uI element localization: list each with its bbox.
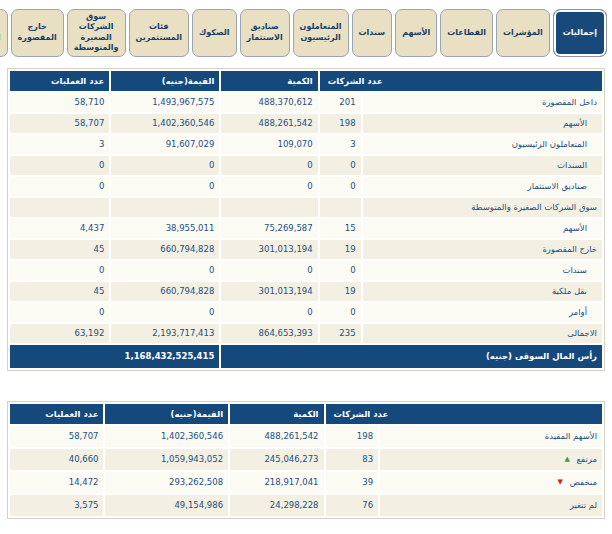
quantity-value [221, 198, 317, 217]
listed-shares-table-body: الأسهم المقيدة 198 488,261,542 1,402,360… [10, 426, 602, 516]
quantity-value: 488,261,542 [221, 114, 317, 133]
market-tab-label: صناديق المؤشرات [0, 22, 1, 43]
companies-value: 83 [326, 449, 379, 470]
value-header-label: القيمة(جنيه) [162, 76, 215, 86]
market-tab[interactable]: القطاعات [440, 9, 493, 57]
companies-value: 198 [320, 114, 361, 133]
operations-column-header: عدد العمليات [10, 404, 103, 424]
row-label: الأسهم [363, 219, 602, 238]
market-tab-label: الصكوك [199, 28, 230, 38]
row-label: نقل ملكية [363, 282, 602, 301]
value-value: 2,193,717,413 [111, 324, 219, 343]
market-tab-label: الأسهم [402, 28, 430, 38]
value-value: 293,262,508 [105, 472, 228, 493]
change-arrow-icon: ▲ [564, 455, 569, 463]
quantity-value: 864,653,393 [221, 324, 317, 343]
row-label: أوامر [363, 303, 602, 322]
table-row: نقل ملكية 19 301,013,194 660,794,828 45 [10, 282, 602, 301]
value-value: 0 [111, 156, 219, 175]
table-row: الأسهم المقيدة 198 488,261,542 1,402,360… [10, 426, 602, 447]
row-label-cell: منخفض ▼ [380, 472, 602, 493]
listed-shares-table: عدد الشركات الكمية القيمة(جنيه) عدد العم… [8, 402, 604, 518]
operations-value [10, 198, 109, 217]
companies-value: 0 [320, 261, 361, 280]
row-label: داخل المقصورة [363, 93, 602, 112]
row-label: الأسهم [363, 114, 602, 133]
operations-value: 0 [10, 261, 109, 280]
operations-value: 0 [10, 156, 109, 175]
market-tab[interactable]: فئات المستثمرين [129, 9, 189, 57]
operations-value: 4,437 [10, 219, 109, 238]
market-tab[interactable]: سندات [352, 9, 393, 57]
row-label: منخفض [570, 477, 597, 487]
table-row: الأسهم 15 75,269,587 38,955,011 4,437 [10, 219, 602, 238]
value-value: 660,794,828 [111, 282, 219, 301]
value-value: 0 [111, 303, 219, 322]
market-tab[interactable]: المتعاملون الرئيسيون [293, 9, 349, 57]
row-label: خارج المقصورة [363, 240, 602, 259]
companies-value: 198 [326, 426, 379, 447]
companies-column-header: عدد الشركات [320, 71, 602, 91]
companies-header-label: عدد الشركات [334, 409, 389, 419]
companies-value: 19 [320, 240, 361, 259]
quantity-value: 109,070 [221, 135, 317, 154]
value-value: 0 [111, 177, 219, 196]
companies-header-label: عدد الشركات [328, 76, 383, 86]
value-column-header: القيمة(جنيه) [105, 404, 228, 424]
market-tab[interactable]: سوق الشركات الصغيرة والمتوسطة [67, 9, 126, 57]
companies-value: 19 [320, 282, 361, 301]
table-row: سندات 0 0 0 0 [10, 261, 602, 280]
value-value: 91,607,029 [111, 135, 219, 154]
market-tab[interactable]: صناديق الاستثمار [240, 9, 290, 57]
quantity-header-label: الكمية [287, 76, 312, 86]
market-tab[interactable]: خارج المقصورة [11, 9, 64, 57]
quantity-value: 301,013,194 [221, 240, 317, 259]
market-tab[interactable]: إجماليات [553, 9, 607, 57]
market-tab[interactable]: الأسهم [395, 9, 437, 57]
quantity-value: 0 [221, 177, 317, 196]
market-tabs: إجماليات المؤشرات القطاعات الأسهم سندات … [0, 0, 612, 62]
operations-header-label: عدد العمليات [45, 409, 98, 419]
companies-value: 39 [326, 472, 379, 493]
value-value: 1,402,360,546 [111, 114, 219, 133]
value-value: 38,955,011 [111, 219, 219, 238]
operations-value: 3 [10, 135, 109, 154]
value-value: 1,059,943,052 [105, 449, 228, 470]
market-cap-value: 1,168,432,525,415 [10, 345, 219, 368]
value-value: 660,794,828 [111, 240, 219, 259]
market-tab[interactable]: المؤشرات [496, 9, 550, 57]
market-tab[interactable]: صناديق المؤشرات [0, 9, 8, 57]
row-label: لم تتغير [570, 500, 597, 510]
operations-value: 14,472 [10, 472, 103, 493]
companies-value: 76 [326, 495, 379, 516]
table-row: صناديق الاستثمار 0 0 0 0 [10, 177, 602, 196]
table-row: سوق الشركات الصغيرة والمتوسطة [10, 198, 602, 217]
value-header-label: القيمة(جنيه) [171, 409, 224, 419]
companies-value: 0 [320, 177, 361, 196]
quantity-value: 301,013,194 [221, 282, 317, 301]
row-label: الأسهم المقيدة [545, 431, 597, 441]
row-label: سندات [363, 261, 602, 280]
quantity-value: 218,917,041 [230, 472, 323, 493]
market-tab-label: المؤشرات [503, 28, 543, 38]
market-tab-label: خارج المقصورة [18, 22, 57, 43]
row-label-cell: الأسهم المقيدة [380, 426, 602, 447]
quantity-value: 0 [221, 261, 317, 280]
market-tab-label: فئات المستثمرين [136, 22, 182, 43]
quantity-value: 24,298,228 [230, 495, 323, 516]
market-tab-label: المتعاملون الرئيسيون [300, 22, 342, 43]
operations-header-label: عدد العمليات [51, 76, 104, 86]
row-label: سوق الشركات الصغيرة والمتوسطة [363, 198, 602, 217]
table-row: الأسهم 198 488,261,542 1,402,360,546 58,… [10, 114, 602, 133]
market-tab-label: سوق الشركات الصغيرة والمتوسطة [74, 12, 119, 54]
market-tab[interactable]: الصكوك [192, 9, 237, 57]
row-label-cell: لم تتغير [380, 495, 602, 516]
market-tab-label: سندات [359, 28, 386, 38]
companies-value: 201 [320, 93, 361, 112]
quantity-value: 488,370,612 [221, 93, 317, 112]
totals-table: عدد الشركات الكمية القيمة(جنيه) عدد العم… [8, 69, 604, 370]
companies-value [320, 198, 361, 217]
quantity-header-label: الكمية [293, 409, 318, 419]
listed-shares-table-wrap: عدد الشركات الكمية القيمة(جنيه) عدد العم… [7, 401, 605, 519]
operations-value: 45 [10, 282, 109, 301]
